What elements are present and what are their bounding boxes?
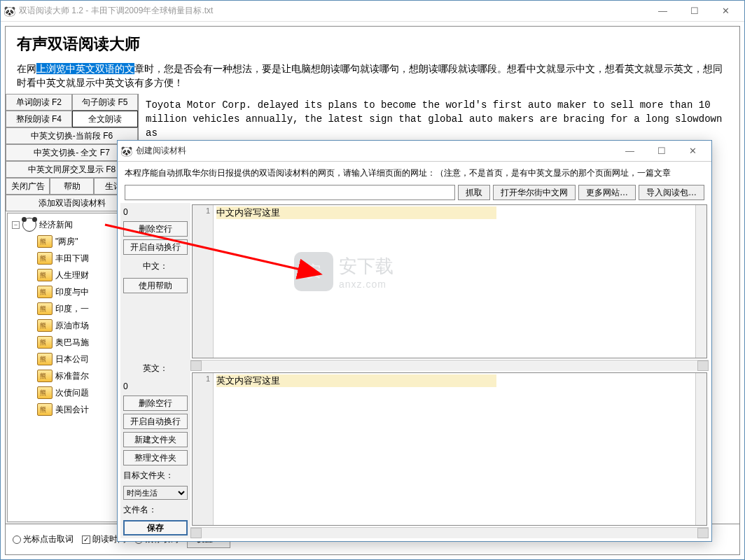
scrollbar-vertical[interactable] — [695, 205, 706, 358]
target-folder-select[interactable]: 时尚生活 — [123, 486, 188, 500]
sentence-read-button[interactable]: 句子朗读 F5 — [72, 94, 139, 111]
tree-item[interactable]: 丰田下调 — [9, 250, 134, 267]
tree-item-label: 原油市场 — [55, 320, 89, 332]
app-icon: 🐼 — [4, 6, 15, 17]
dialog-icon: 🐼 — [120, 146, 132, 157]
word-read-button[interactable]: 单词朗读 F2 — [6, 94, 72, 111]
dialog-sidebar: 0 删除空行 开启自动换行 中文： 使用帮助 英文： 0 删除空行 开启自动换行… — [120, 203, 190, 538]
dialog-minimize-button[interactable]: — — [614, 141, 646, 161]
tree-item-label: 印度，一 — [55, 303, 89, 315]
import-pack-button[interactable]: 导入阅读包… — [639, 185, 704, 200]
target-folder-label: 目标文件夹： — [123, 468, 188, 483]
dialog-titlebar: 🐼 创建阅读材料 — ☐ ✕ — [118, 141, 711, 162]
fetch-button[interactable]: 抓取 — [458, 185, 490, 200]
selected-text: 上浏览中英文双语的文 — [36, 63, 134, 74]
folder-icon — [37, 269, 53, 281]
paragraph-read-button[interactable]: 整段朗读 F4 — [6, 111, 72, 127]
tree-item-label: 丰田下调 — [55, 253, 89, 265]
open-wsj-button[interactable]: 打开华尔街中文网 — [493, 185, 576, 200]
document-subtext: 在网上浏览中英文双语的文章时，您是否会有一种想法，要是让电脑想朗读哪句就读哪句，… — [17, 62, 728, 90]
auto-wrap-button-2[interactable]: 开启自动换行 — [123, 414, 188, 429]
tree-item-label: 日本公司 — [55, 354, 89, 365]
tree-item-label: 次债问题 — [55, 387, 89, 399]
tree-item-label: 美国会计 — [55, 404, 89, 416]
folder-icon — [37, 336, 53, 349]
folder-icon — [37, 403, 53, 416]
delete-blank-lines-button[interactable]: 删除空行 — [123, 221, 188, 237]
main-titlebar: 🐼 双语阅读大师 1.2 - 丰田下调2009年全球销量目标.txt — ☐ ✕ — [1, 1, 744, 22]
dialog-maximize-button[interactable]: ☐ — [646, 141, 677, 161]
close-ads-button[interactable]: 关闭广告 — [6, 178, 50, 195]
panda-icon — [22, 218, 36, 232]
tree-item[interactable]: 奥巴马施 — [9, 334, 134, 351]
close-button[interactable]: ✕ — [710, 1, 741, 21]
filename-label: 文件名： — [123, 503, 188, 517]
tree-item-label: "两房" — [55, 236, 78, 248]
more-sites-button[interactable]: 更多网站… — [578, 185, 636, 200]
folder-icon — [37, 370, 53, 382]
folder-icon — [37, 302, 53, 315]
tree-item[interactable]: 标准普尔 — [9, 368, 134, 384]
maximize-button[interactable]: ☐ — [678, 1, 710, 21]
cn-placeholder-text: 中文内容写这里 — [216, 206, 496, 219]
scrollbar-horizontal-cn[interactable] — [190, 360, 709, 371]
folder-icon — [37, 252, 53, 265]
folder-icon — [37, 319, 53, 332]
scrollbar-vertical-en[interactable] — [695, 373, 706, 526]
window-title: 双语阅读大师 1.2 - 丰田下调2009年全球销量目标.txt — [19, 5, 647, 17]
auto-wrap-button[interactable]: 开启自动换行 — [123, 239, 188, 255]
dialog-close-button[interactable]: ✕ — [677, 141, 709, 161]
dialog-title: 创建阅读材料 — [136, 145, 614, 157]
tree-item[interactable]: 人生理财 — [9, 267, 134, 284]
tree-item[interactable]: "两房" — [9, 233, 134, 250]
new-folder-button[interactable]: 新建文件夹 — [123, 432, 188, 447]
cursor-pick-radio[interactable]: 光标点击取词 — [13, 533, 74, 545]
scrollbar-horizontal-en[interactable] — [190, 527, 709, 538]
delete-blank-lines-button-2[interactable]: 删除空行 — [123, 396, 188, 411]
tree-item-label: 印度与中 — [55, 286, 89, 298]
tree-root[interactable]: − 经济新闻 — [9, 216, 134, 233]
english-editor[interactable]: 1 英文内容写这里 — [192, 372, 707, 526]
help-button[interactable]: 帮助 — [50, 178, 94, 195]
tree-item-label: 奥巴马施 — [55, 337, 89, 349]
viewer-text[interactable]: Toyota Motor Corp. delayed its plans to … — [139, 94, 739, 144]
use-help-button[interactable]: 使用帮助 — [123, 278, 188, 293]
line-gutter-cn: 1 — [193, 205, 214, 358]
en-count: 0 — [123, 380, 188, 393]
line-gutter-en: 1 — [193, 373, 214, 526]
tree-item[interactable]: 日本公司 — [9, 351, 134, 368]
minimize-button[interactable]: — — [647, 1, 678, 21]
folder-icon — [37, 286, 53, 298]
folder-icon — [37, 386, 53, 399]
save-button[interactable]: 保存 — [123, 520, 188, 536]
tree-item-label: 人生理财 — [55, 270, 89, 281]
folder-icon — [37, 235, 53, 248]
tree-item-label: 标准普尔 — [55, 370, 89, 382]
create-material-dialog: 🐼 创建阅读材料 — ☐ ✕ 本程序能自动抓取华尔街日报提供的双语阅读材料的网页… — [117, 140, 712, 542]
folder-icon — [37, 353, 53, 365]
english-label: 英文： — [123, 360, 188, 377]
dialog-instructions: 本程序能自动抓取华尔街日报提供的双语阅读材料的网页，请输入详细页面的网址：（注意… — [120, 164, 709, 182]
fulltext-read-button[interactable]: 全文朗读 — [72, 111, 139, 127]
en-placeholder-text: 英文内容写这里 — [216, 374, 496, 387]
tree-item[interactable]: 美国会计 — [9, 401, 134, 418]
tree-collapse-icon[interactable]: − — [12, 221, 20, 229]
document-header: 有声双语阅读大师 在网上浏览中英文双语的文章时，您是否会有一种想法，要是让电脑想… — [6, 27, 739, 94]
page-title: 有声双语阅读大师 — [17, 34, 728, 55]
tree-item[interactable]: 印度与中 — [9, 284, 134, 300]
chinese-editor[interactable]: 1 中文内容写这里 — [192, 204, 707, 358]
tree-item[interactable]: 印度，一 — [9, 300, 134, 317]
tree-item[interactable]: 原油市场 — [9, 317, 134, 334]
chinese-label: 中文： — [123, 258, 188, 275]
url-input[interactable] — [125, 185, 455, 200]
organize-folder-button[interactable]: 整理文件夹 — [123, 450, 188, 465]
tree-item[interactable]: 次债问题 — [9, 384, 134, 401]
cn-count: 0 — [123, 206, 188, 218]
